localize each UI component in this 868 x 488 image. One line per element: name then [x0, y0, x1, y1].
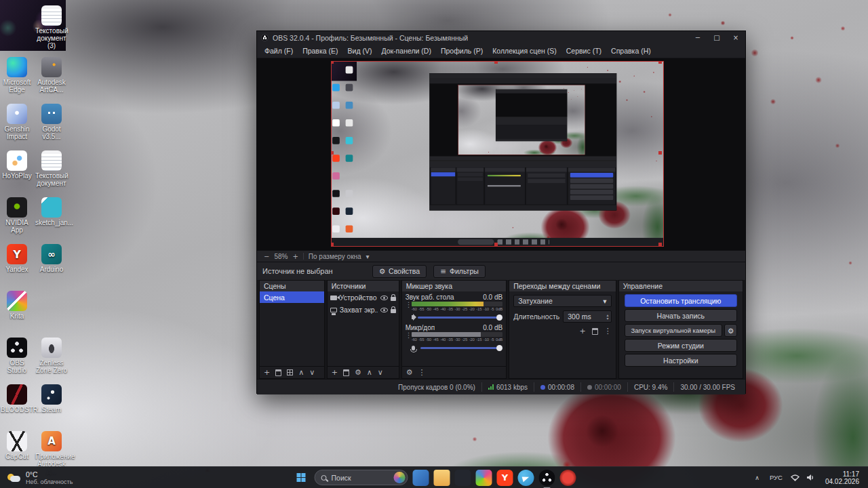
- stop-streaming-button[interactable]: Остановить трансляцию: [625, 294, 737, 307]
- mixer-menu-button[interactable]: ⋮: [418, 368, 426, 377]
- scene-up-button[interactable]: ∧: [298, 368, 304, 377]
- volume-slider[interactable]: [420, 347, 502, 349]
- mixer-settings-button[interactable]: ⚙: [406, 368, 413, 377]
- lock-icon[interactable]: [391, 297, 396, 301]
- taskbar-app-yandex-browser[interactable]: Y: [497, 470, 513, 486]
- scenes-list[interactable]: Сцена: [260, 291, 324, 366]
- obs-titlebar[interactable]: OBS 32.0.4 - Профиль: Безымянный - Сцены…: [257, 31, 745, 44]
- desktop-icon-microsoft-edge[interactable]: Microsoft Edge: [1, 57, 33, 94]
- taskbar-app-obs-studio[interactable]: [539, 470, 555, 486]
- language-indicator[interactable]: РУС: [766, 474, 787, 481]
- start-virtual-camera-button[interactable]: Запуск виртуальной камеры: [625, 324, 722, 337]
- desktop-icon-yandex[interactable]: YYandex: [1, 244, 33, 273]
- menu-item-tools[interactable]: Сервис (T): [561, 47, 606, 55]
- volume-slider-knob[interactable]: [496, 345, 502, 351]
- menu-item-view[interactable]: Вид (V): [343, 47, 377, 55]
- sources-list[interactable]: Устройство Захват экр...: [328, 291, 399, 366]
- channel-menu-icon[interactable]: ⋮: [406, 302, 409, 321]
- menu-item-docks[interactable]: Док-панели (D): [376, 47, 435, 55]
- mixer-dock-header[interactable]: Микшер звука: [402, 281, 506, 291]
- remove-scene-button[interactable]: [275, 369, 281, 376]
- zoom-in-button[interactable]: +: [292, 253, 298, 260]
- tray-chevron-icon[interactable]: ∧: [750, 474, 764, 481]
- scenes-dock-header[interactable]: Сцены: [260, 281, 324, 291]
- clock[interactable]: 11:17 04.02.2026: [819, 470, 865, 485]
- preview-canvas[interactable]: [257, 58, 745, 250]
- close-button[interactable]: ×: [726, 31, 745, 44]
- scene-item-selected[interactable]: Сцена: [260, 291, 324, 303]
- screen-capture-source-preview[interactable]: [332, 62, 663, 246]
- source-selection-handles[interactable]: [332, 62, 334, 64]
- desktop-icon-capcut[interactable]: CapCut: [1, 431, 33, 460]
- source-label: Захват экр...: [340, 306, 378, 314]
- search-box[interactable]: Поиск: [315, 470, 408, 485]
- desktop-icon-bloodstrike[interactable]: BLOODSTR...: [1, 384, 33, 413]
- transitions-dock-header[interactable]: Переходы между сценами: [509, 281, 615, 291]
- desktop-icon-zenless-zone-zero[interactable]: Zenless Zone Zero: [35, 338, 68, 374]
- duration-input[interactable]: 300 ms ▴ ▾: [563, 310, 611, 323]
- taskbar-app-blue[interactable]: [413, 470, 429, 486]
- add-source-button[interactable]: +: [332, 368, 338, 377]
- filters-button[interactable]: ≡ Фильтры: [433, 265, 486, 278]
- add-scene-button[interactable]: +: [264, 368, 270, 377]
- spin-down-icon[interactable]: ▾: [607, 317, 609, 320]
- properties-button[interactable]: ⚙ Свойства: [372, 265, 427, 278]
- menu-item-profile[interactable]: Профиль (P): [436, 47, 488, 55]
- taskbar-app-krita[interactable]: [476, 470, 492, 486]
- add-transition-button[interactable]: +: [579, 327, 585, 336]
- source-down-button[interactable]: ∨: [378, 368, 383, 377]
- volume-slider-knob[interactable]: [496, 314, 502, 321]
- desktop-icon-autodesk-artcam[interactable]: Autodesk ArtCA...: [35, 57, 68, 94]
- microphone-icon[interactable]: [412, 346, 415, 350]
- menu-item-edit[interactable]: Правка (E): [298, 47, 342, 55]
- remove-transition-button[interactable]: [592, 328, 598, 335]
- volume-slider[interactable]: [418, 317, 502, 319]
- source-properties-button[interactable]: ⚙: [355, 368, 361, 377]
- desktop-icon-sketch-file[interactable]: sketch_jan...: [35, 197, 68, 226]
- fit-mode-dropdown[interactable]: По размеру окна: [309, 253, 361, 260]
- desktop-icon-nvidia-app[interactable]: NVIDIA App: [1, 197, 33, 234]
- volume-icon[interactable]: [804, 474, 818, 481]
- source-item-video-device[interactable]: Устройство: [328, 291, 399, 304]
- desktop-icon-godot[interactable]: Godot v3.5...: [35, 104, 68, 140]
- desktop-icon-text-document[interactable]: Текстовый документ: [35, 150, 68, 187]
- menu-item-file[interactable]: Файл (F): [260, 47, 298, 55]
- maximize-button[interactable]: □: [707, 31, 726, 44]
- desktop-icon-obs-studio[interactable]: OBS Studio: [1, 338, 33, 374]
- source-item-screen-capture[interactable]: Захват экр...: [328, 304, 399, 316]
- speaker-icon[interactable]: [412, 315, 414, 319]
- desktop-icon-arduino[interactable]: ∞Arduino: [35, 244, 68, 273]
- studio-mode-button[interactable]: Режим студии: [625, 339, 737, 352]
- desktop-icon-hoyoplay[interactable]: HoYoPlay: [1, 150, 33, 180]
- desktop-icon-steam[interactable]: Steam: [35, 384, 68, 413]
- settings-button[interactable]: Настройки: [625, 354, 737, 367]
- zoom-out-button[interactable]: −: [264, 253, 269, 260]
- sources-dock-header[interactable]: Источники: [328, 281, 399, 291]
- transition-select[interactable]: Затухание ▾: [513, 295, 611, 307]
- visibility-icon[interactable]: [380, 296, 388, 300]
- virtual-camera-config-button[interactable]: ⚙: [724, 324, 737, 337]
- channel-menu-icon[interactable]: ⋮: [406, 332, 409, 352]
- start-recording-button[interactable]: Начать запись: [625, 309, 737, 322]
- menu-item-help[interactable]: Справка (H): [606, 47, 656, 55]
- desktop-icon-krita[interactable]: Krita: [1, 291, 33, 320]
- wifi-icon[interactable]: [788, 474, 802, 481]
- scene-down-button[interactable]: ∨: [309, 368, 315, 377]
- taskbar-app-dark[interactable]: [455, 470, 471, 486]
- menu-item-scene-collection[interactable]: Коллекция сцен (S): [488, 47, 561, 55]
- start-button[interactable]: [292, 469, 310, 487]
- desktop-icon-genshin-impact[interactable]: Genshin Impact: [1, 104, 33, 140]
- source-up-button[interactable]: ∧: [367, 368, 372, 377]
- taskbar-app-file-explorer[interactable]: [434, 470, 450, 486]
- transition-menu-button[interactable]: ⋮: [604, 327, 612, 336]
- desktop-icon-text-document-3[interactable]: Текстовый документ (3): [35, 5, 68, 49]
- taskbar-record-indicator[interactable]: [560, 470, 576, 486]
- visibility-icon[interactable]: [380, 308, 388, 312]
- scene-grid-mode-button[interactable]: [287, 369, 293, 375]
- taskbar-app-telegram[interactable]: [518, 470, 534, 486]
- minimize-button[interactable]: −: [688, 31, 707, 44]
- lock-icon[interactable]: [391, 309, 396, 313]
- controls-dock-header[interactable]: Управление: [619, 281, 743, 291]
- weather-widget[interactable]: 0°C Неб. облачность: [0, 467, 80, 488]
- remove-source-button[interactable]: [343, 369, 349, 376]
